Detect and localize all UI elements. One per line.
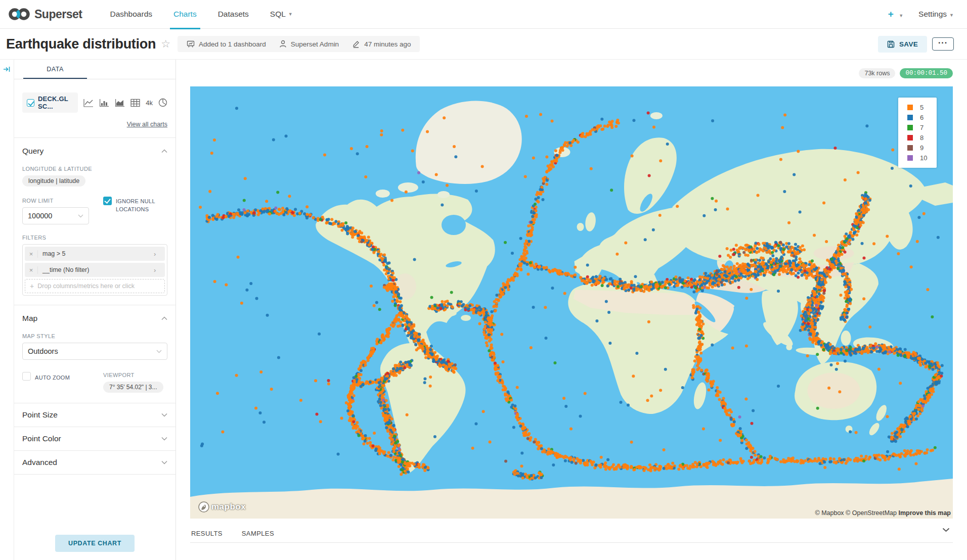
ignore-null-label: IGNORE NULL LOCATIONS (116, 197, 161, 213)
lonlat-label: LONGITUDE & LATITUDE (22, 166, 167, 172)
view-all-charts-link[interactable]: View all charts (127, 121, 167, 128)
collapse-panel-icon[interactable] (3, 66, 11, 73)
legend-entry: 10 (904, 153, 931, 163)
tab-results[interactable]: RESULTS (191, 530, 223, 537)
legend-entry: 7 (904, 122, 931, 132)
legend-swatch (907, 125, 913, 130)
modified-meta-label: 47 minutes ago (364, 40, 411, 48)
section-point-color[interactable]: Point Color (14, 427, 175, 450)
row-limit-label: ROW LIMIT (22, 198, 103, 204)
chevron-right-icon[interactable]: › (154, 266, 165, 274)
map-section-header[interactable]: Map (22, 305, 167, 323)
legend-label: 5 (920, 104, 924, 111)
pencil-icon (352, 40, 360, 48)
section-title: Point Color (22, 434, 61, 443)
line-chart-icon[interactable] (83, 99, 94, 107)
area-chart-icon[interactable] (115, 99, 125, 107)
legend-swatch (907, 115, 913, 120)
ignore-null-checkbox-row[interactable]: IGNORE NULL LOCATIONS (103, 197, 167, 213)
filters-box: ×mag > 5›×__time (No filter)› + Drop col… (22, 244, 167, 296)
collapse-results-icon[interactable] (942, 528, 950, 532)
nav-item-charts[interactable]: Charts (163, 0, 207, 29)
viewport-label: VIEWPORT (103, 372, 167, 378)
legend-entry: 8 (904, 132, 931, 143)
map-attribution: © Mapbox © OpenStreetMap Improve this ma… (815, 509, 951, 517)
query-section-header[interactable]: Query (22, 138, 167, 156)
timer-badge: 00:00:01.50 (900, 68, 953, 78)
plus-icon: + (30, 282, 34, 290)
chart-header: Earthquake distribution ☆ Added to 1 das… (0, 29, 967, 60)
tab-data[interactable]: DATA (23, 60, 87, 79)
row-limit-select[interactable]: 100000 (22, 207, 89, 224)
section-advanced[interactable]: Advanced (14, 450, 175, 474)
auto-zoom-checkbox-row[interactable]: AUTO ZOOM (22, 372, 103, 382)
brand-name: Superset (34, 8, 82, 21)
deckgl-map[interactable]: 5678910 mapbox © Mapbox © OpenStreetMap … (190, 86, 953, 519)
tab-samples[interactable]: SAMPLES (242, 530, 274, 537)
nav-item-sql[interactable]: SQL▼ (259, 0, 303, 29)
superset-infinity-icon (8, 7, 30, 22)
viz-type-checkbox[interactable] (27, 99, 34, 107)
mapbox-logo[interactable]: mapbox (198, 501, 246, 512)
chevron-up-icon (161, 149, 167, 153)
filter-row[interactable]: ×mag > 5› (25, 247, 165, 261)
favorite-star-icon[interactable]: ☆ (161, 38, 170, 50)
viewport-pill[interactable]: 7° 35' 54.02" | 3... (103, 382, 163, 393)
section-point-size[interactable]: Point Size (14, 403, 175, 427)
section-title: Advanced (22, 458, 57, 467)
remove-filter-icon[interactable]: × (25, 250, 38, 258)
panel-tabbar: DATA (14, 60, 175, 79)
bar-chart-icon[interactable] (99, 99, 109, 107)
chevron-down-icon (161, 413, 167, 417)
filter-label: __time (No filter) (38, 266, 154, 273)
chart-canvas-area: 73k rows 00:00:01.50 (176, 60, 967, 560)
table-icon[interactable] (130, 99, 140, 107)
chevron-right-icon[interactable]: › (154, 250, 165, 258)
chevron-down-icon: ▼ (949, 13, 954, 18)
remove-filter-icon[interactable]: × (25, 266, 38, 274)
auto-zoom-label: AUTO ZOOM (35, 372, 70, 382)
auto-zoom-checkbox[interactable] (22, 372, 31, 381)
section-title: Point Size (22, 410, 58, 419)
save-button[interactable]: SAVE (878, 36, 927, 53)
data-panel: DATA DECK.GL SC... (14, 60, 176, 560)
chevron-down-icon (161, 437, 167, 441)
user-icon (279, 40, 287, 48)
modified-meta[interactable]: 47 minutes ago (352, 40, 411, 48)
improve-map-link[interactable]: Improve this map (899, 509, 951, 517)
filter-row[interactable]: ×__time (No filter)› (25, 263, 165, 277)
more-actions-button[interactable]: ··· (932, 37, 954, 51)
viz-type-selected[interactable]: DECK.GL SC... (22, 92, 78, 113)
legend-entry: 6 (904, 112, 931, 122)
dashboard-icon (187, 40, 195, 48)
viz-more-count[interactable]: 4k (146, 99, 153, 107)
chevron-down-icon: ▼ (288, 12, 293, 17)
dashboards-meta-label: Added to 1 dashboard (199, 40, 266, 48)
update-chart-button[interactable]: UPDATE CHART (55, 535, 135, 552)
nav-item-dashboards[interactable]: Dashboards (99, 0, 163, 29)
superset-logo[interactable]: Superset (8, 7, 82, 22)
top-navbar: Superset Dashboards Charts Datasets SQL▼… (0, 0, 967, 29)
chevron-down-icon (161, 460, 167, 464)
nav-item-datasets[interactable]: Datasets (207, 0, 259, 29)
filter-drop-zone[interactable]: + Drop columns/metrics here or click (25, 279, 165, 293)
owner-meta-label: Superset Admin (291, 40, 339, 48)
primary-nav: Dashboards Charts Datasets SQL▼ (99, 0, 303, 29)
owner-meta[interactable]: Superset Admin (279, 40, 339, 48)
dashboards-meta[interactable]: Added to 1 dashboard (187, 40, 266, 48)
new-item-button[interactable]: + ▼ (888, 9, 903, 20)
panel-collapse-strip (0, 60, 14, 560)
settings-menu[interactable]: Settings▼ (918, 10, 954, 19)
legend-entry: 5 (904, 102, 931, 112)
page-title: Earthquake distribution (6, 36, 156, 52)
legend-swatch (907, 135, 913, 141)
pie-chart-icon[interactable] (158, 98, 167, 107)
chart-meta: Added to 1 dashboard Superset Admin 47 m… (178, 36, 420, 52)
lonlat-pill[interactable]: longitude | latitude (22, 175, 85, 186)
row-count-badge: 73k rows (859, 68, 895, 78)
world-map (190, 86, 953, 519)
viz-type-label: DECK.GL SC... (38, 95, 73, 110)
map-style-select[interactable]: Outdoors (22, 343, 167, 360)
results-bar: RESULTS SAMPLES (190, 527, 953, 543)
ignore-null-checkbox[interactable] (103, 197, 112, 205)
